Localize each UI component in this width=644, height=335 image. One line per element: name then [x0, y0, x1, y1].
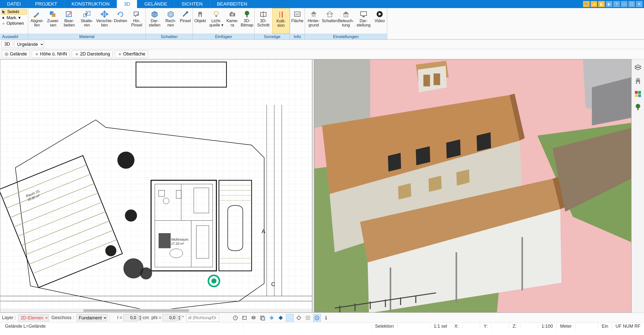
svg-text:m²: m²: [296, 13, 299, 16]
furniture-icon[interactable]: [634, 77, 642, 85]
menu-tab-projekt[interactable]: PROJEKT: [28, 0, 65, 8]
length-input[interactable]: [123, 314, 137, 321]
terrain-select[interactable]: Urgelände: [14, 41, 44, 48]
close-button[interactable]: ✕: [636, 1, 642, 7]
selekt-button[interactable]: Selekt: [1, 9, 27, 15]
plan-2d-viewport[interactable]: Raum 15 28,80 m² Wohnraum 27,20 m²: [0, 59, 312, 313]
window-icon[interactable]: ◧: [598, 1, 605, 7]
materials-icon[interactable]: [634, 90, 642, 98]
gear-icon: [4, 52, 9, 56]
kollision-button[interactable]: Kolli- sion: [272, 8, 290, 34]
ribbon-group-schatten: Dar- stellenRech- nenPinsel Schatten: [146, 8, 193, 39]
svg-point-47: [6, 53, 7, 55]
status-unit: Meter: [556, 323, 575, 330]
hin-pinsel-button[interactable]: Hin. Pinsel: [128, 8, 146, 34]
chevron-down-icon: ▾: [18, 15, 21, 20]
status-scale: 1:100: [538, 323, 556, 330]
gear-icon: [118, 52, 122, 56]
length-spin-down[interactable]: ▼: [138, 318, 142, 321]
schatten2-button[interactable]: Schatten: [323, 8, 337, 34]
menu-tab-konstruktion[interactable]: KONSTRUKTION: [64, 0, 117, 8]
video-button[interactable]: Video: [372, 8, 387, 34]
layers-tool-icon[interactable]: [250, 314, 257, 322]
flaeche-button[interactable]: m²Fläche: [290, 8, 305, 34]
abgreifen-button[interactable]: Abgrei- fen: [28, 8, 46, 34]
north-tool-icon[interactable]: N: [313, 314, 321, 322]
diamond-tool-light-icon[interactable]: [286, 314, 294, 322]
phi-spin-up[interactable]: ▲: [177, 315, 181, 318]
option-gelaende[interactable]: Gelände: [2, 50, 30, 58]
stack-tool-icon[interactable]: [259, 314, 266, 322]
skalieren-button[interactable]: Skalie- ren: [78, 8, 96, 34]
folder-icon[interactable]: 📁: [591, 1, 597, 7]
rechnen-button[interactable]: Rech- nen: [163, 8, 178, 34]
darstellung-button[interactable]: Dar- stellung: [355, 8, 372, 34]
menu-tab-gelaende[interactable]: GELÄNDE: [137, 0, 174, 8]
optionen-button[interactable]: ＋ Optionen: [1, 21, 27, 26]
pinsel-button[interactable]: Pinsel: [178, 8, 193, 34]
toggle-icon[interactable]: ◐: [606, 1, 612, 7]
cursor-icon: [2, 10, 6, 14]
zuweisen-button[interactable]: Zuwei- sen: [46, 8, 60, 34]
render-3d-viewport[interactable]: [314, 59, 631, 313]
menu-tab-datei[interactable]: DATEI: [0, 0, 28, 8]
objekt-button[interactable]: Objekt: [193, 8, 207, 34]
geschoss-select[interactable]: Fundament: [77, 314, 107, 321]
section-icon: [258, 10, 268, 19]
verschieben-button[interactable]: Verschie- ben: [96, 8, 113, 34]
cube-icon: [150, 10, 160, 19]
ribbon-button-label: 3D- Bitmap: [241, 19, 253, 27]
svg-line-69: [33, 240, 117, 274]
info-tool-icon[interactable]: [322, 314, 330, 322]
maximize-button[interactable]: ☐: [628, 1, 635, 7]
brush2-icon: [132, 10, 142, 19]
option-oberflaeche[interactable]: Oberfläche: [115, 50, 148, 58]
3d-bitmap-button[interactable]: 3D- Bitmap: [240, 8, 254, 34]
diamond-tool-dark-icon[interactable]: [277, 314, 284, 322]
svg-line-67: [25, 221, 109, 255]
pane-splitter[interactable]: [312, 59, 314, 313]
tool-icon[interactable]: 🔧: [583, 1, 590, 7]
length-spin-up[interactable]: ▲: [138, 315, 142, 318]
mark-button[interactable]: Mark. ▾: [1, 15, 27, 20]
clock-tool-icon[interactable]: [232, 314, 239, 322]
svg-point-82: [170, 249, 183, 258]
darstellen-button[interactable]: Dar- stellen: [146, 8, 163, 34]
status-ein: Ein: [598, 323, 612, 330]
svg-point-161: [243, 317, 244, 318]
phi-input[interactable]: [162, 314, 176, 321]
diamond-tool-blue-icon[interactable]: [268, 314, 275, 322]
grid-snap-tool-icon[interactable]: [304, 314, 312, 322]
minimize-button[interactable]: —: [621, 1, 627, 7]
option-hoehe-nhn[interactable]: Höhe ü. NHN: [32, 50, 70, 58]
beleuchtung-button[interactable]: Beleuch- tung: [337, 8, 355, 34]
lichtquelle-button[interactable]: Licht- quelle ▾: [207, 8, 225, 34]
scrollbar-thumb[interactable]: [83, 309, 189, 312]
svg-point-58: [119, 53, 121, 55]
phi-spin-down[interactable]: ▼: [177, 318, 181, 321]
hintergrund-button[interactable]: Hinter- grund: [305, 8, 323, 34]
layer-select[interactable]: 2D-Elemen: [18, 314, 49, 321]
box-tool-icon[interactable]: [241, 314, 248, 322]
menu-tab-sichten[interactable]: SICHTEN: [174, 0, 210, 8]
mode-3d-badge[interactable]: 3D: [2, 41, 13, 48]
menu-tab-bearbeiten[interactable]: BEARBEITEN: [210, 0, 255, 8]
drehen-button[interactable]: Drehen: [113, 8, 128, 34]
layers-icon[interactable]: [634, 64, 642, 72]
diamond-tool-outline-icon[interactable]: [295, 314, 303, 322]
horizontal-scrollbar[interactable]: [0, 309, 312, 312]
ribbon-button-label: Licht- quelle ▾: [209, 19, 223, 27]
main-split-view: Raum 15 28,80 m² Wohnraum 27,20 m²: [0, 59, 644, 313]
menu-tab-3d[interactable]: 3D: [117, 0, 137, 8]
direction-input[interactable]: [186, 314, 219, 322]
main-menu-bar: DATEI PROJEKT KONSTRUKTION 3D GELÄNDE SI…: [0, 0, 644, 8]
ribbon-group-sonstige: 3D- SchnittKolli- sion Sonstige: [255, 8, 290, 39]
3d-schnitt-button[interactable]: 3D- Schnitt: [255, 8, 272, 34]
plant-icon[interactable]: [634, 103, 642, 111]
option-2d-darstellung[interactable]: 2D Darstellung: [72, 50, 113, 58]
kamera-button[interactable]: Kame- ra: [225, 8, 240, 34]
option-label: Höhe ü. NHN: [40, 51, 67, 57]
bearbeiten-button[interactable]: Bear- beiten: [60, 8, 78, 34]
svg-marker-123: [477, 132, 491, 151]
help-icon[interactable]: ?: [613, 1, 620, 7]
